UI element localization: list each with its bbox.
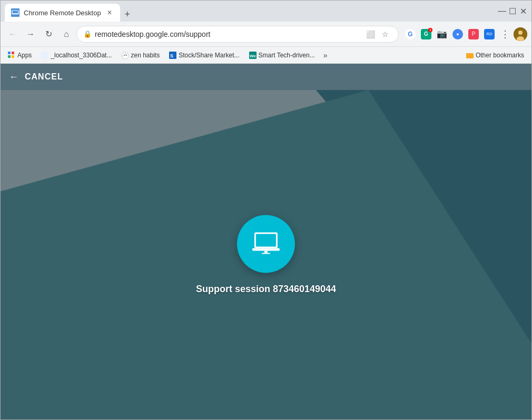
bookmarks-apps-item[interactable]: Apps [5, 51, 35, 60]
window-controls: — ☐ ✕ [498, 7, 527, 15]
app-content: ← CANCEL [1, 64, 531, 419]
address-actions: ⬜ ☆ [363, 27, 392, 41]
svg-rect-7 [12, 52, 14, 54]
tab-favicon [11, 8, 19, 17]
home-button[interactable]: ⌂ [58, 26, 74, 42]
maximize-button[interactable]: ☐ [508, 7, 517, 15]
center-content: Support session 873460149044 [196, 215, 336, 295]
bookmark-star-icon[interactable]: ☆ [378, 27, 392, 41]
g-extension-icon[interactable]: G [403, 27, 418, 42]
address-bar[interactable]: 🔒 remotedesktop.google.com/support ⬜ ☆ [76, 26, 399, 43]
bookmark-smart-tech[interactable]: We Smart Tech-driven... [246, 51, 318, 60]
back-arrow-icon: ← [9, 72, 18, 83]
remote-desktop-extension-icon[interactable]: RD [482, 27, 497, 42]
circle-extension-icon[interactable]: ● [450, 27, 465, 42]
svg-rect-8 [8, 55, 11, 58]
other-bookmarks-label: Other bookmarks [476, 52, 524, 59]
external-link-icon[interactable]: ⬜ [363, 27, 377, 41]
profile-avatar[interactable] [514, 27, 527, 41]
smarttech-favicon: We [249, 52, 257, 59]
svg-rect-26 [262, 253, 270, 254]
apps-label: Apps [17, 52, 32, 59]
svg-point-4 [518, 31, 523, 35]
bookmarks-bar: Apps _localhost_3306Dat... zen habits S … [1, 47, 531, 64]
stock-label: Stock/Share Market... [179, 52, 239, 59]
smarttech-label: Smart Tech-driven... [259, 52, 315, 59]
new-tab-button[interactable]: + [120, 7, 135, 22]
pocket-extension-icon[interactable]: P [466, 27, 481, 42]
browser-window: Chrome Remote Desktop ✕ + — ☐ ✕ ← → ↻ ⌂ … [0, 0, 532, 420]
bookmark-stock[interactable]: S Stock/Share Market... [166, 51, 242, 60]
laptop-icon-circle [237, 215, 295, 273]
close-button[interactable]: ✕ [519, 7, 527, 15]
bookmark-localhost[interactable]: _localhost_3306Dat... [38, 51, 115, 60]
svg-rect-1 [13, 13, 18, 14]
tab-title: Chrome Remote Desktop [24, 9, 101, 17]
app-main-area: Support session 873460149044 [1, 90, 531, 419]
cancel-back-button[interactable]: ← [9, 72, 18, 83]
address-text: remotedesktop.google.com/support [95, 30, 360, 38]
bookmark-zenhabits[interactable]: zen habits [118, 51, 163, 60]
title-bar: Chrome Remote Desktop ✕ + — ☐ ✕ [1, 1, 531, 22]
app-header: ← CANCEL [1, 64, 531, 90]
apps-grid-icon [8, 52, 15, 59]
tab-strip: Chrome Remote Desktop ✕ + [5, 1, 494, 22]
menu-button[interactable]: ⋮ [498, 27, 513, 42]
grammarly-extension-icon[interactable]: G 3 [419, 27, 434, 42]
localhost-label: _localhost_3306Dat... [51, 52, 112, 59]
reload-button[interactable]: ↻ [41, 26, 56, 42]
svg-text:S: S [170, 53, 173, 58]
nav-bar: ← → ↻ ⌂ 🔒 remotedesktop.google.com/suppo… [1, 22, 531, 47]
localhost-favicon [41, 52, 48, 59]
minimize-button[interactable]: — [498, 7, 506, 15]
svg-rect-9 [12, 55, 14, 58]
svg-text:We: We [250, 54, 256, 58]
toolbar-icons: G G 3 📷 ● P RD ⋮ [403, 27, 527, 42]
svg-rect-24 [252, 248, 280, 251]
camera-extension-icon[interactable]: 📷 [435, 27, 449, 42]
svg-rect-6 [8, 52, 11, 54]
svg-point-10 [122, 53, 129, 59]
stock-favicon: S [169, 52, 176, 59]
session-label: Support session 873460149044 [196, 284, 336, 295]
zenhabits-label: zen habits [131, 52, 160, 59]
svg-rect-23 [256, 234, 276, 247]
bookmarks-more-button[interactable]: » [321, 50, 330, 61]
cancel-label[interactable]: CANCEL [25, 72, 63, 82]
svg-rect-25 [264, 251, 268, 253]
lock-icon: 🔒 [83, 30, 92, 38]
forward-nav-button[interactable]: → [23, 26, 38, 42]
other-bookmarks-folder[interactable]: Other bookmarks [463, 51, 527, 60]
zenhabits-favicon [121, 52, 129, 59]
tab-close-button[interactable]: ✕ [105, 8, 114, 17]
laptop-icon [249, 227, 283, 261]
back-nav-button[interactable]: ← [5, 26, 21, 42]
browser-tab[interactable]: Chrome Remote Desktop ✕ [5, 4, 120, 22]
